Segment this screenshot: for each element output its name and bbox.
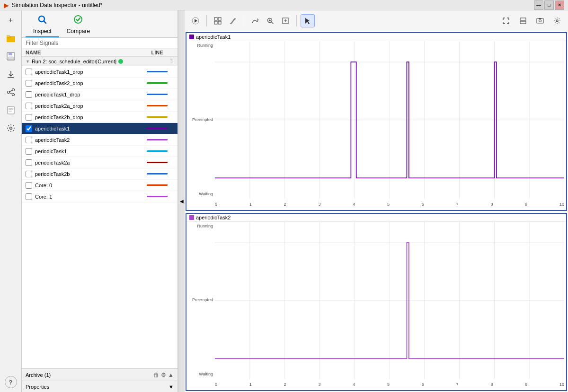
settings-button[interactable] — [3, 120, 19, 136]
paint-button[interactable] — [226, 14, 240, 27]
tab-compare[interactable]: Compare — [59, 12, 98, 37]
svg-rect-5 — [8, 57, 14, 60]
doc-button[interactable] — [3, 102, 19, 118]
chart1-y-labels: Running Preempted Waiting — [186, 41, 215, 198]
properties-collapse-icon[interactable]: ▼ — [169, 384, 174, 390]
signal-checkbox-2[interactable] — [26, 91, 32, 98]
chart-panel-1: aperiodicTask1 Running Preempted Waiting — [186, 32, 567, 211]
share-button[interactable] — [3, 84, 19, 100]
archive-label: Archive (1) — [26, 372, 51, 378]
chart2-title-bar: aperiodicTask2 — [186, 214, 566, 222]
signal-row[interactable]: periodicTask2a — [22, 157, 178, 168]
svg-point-38 — [539, 19, 541, 22]
signal-checkbox-6[interactable] — [26, 137, 32, 143]
run-menu-button[interactable]: ⋮ — [169, 58, 174, 64]
tab-inspect[interactable]: Inspect — [26, 12, 59, 37]
signal-line-6 — [141, 139, 174, 140]
download-button[interactable] — [3, 66, 19, 82]
signal-name-8: periodicTask2a — [35, 160, 141, 166]
signal-checkbox-7[interactable] — [26, 148, 32, 155]
svg-rect-35 — [520, 18, 526, 20]
filter-bar: Filter Signals — [22, 38, 178, 49]
properties-label: Properties — [26, 384, 49, 390]
signal-checkbox-3[interactable] — [26, 103, 32, 109]
maximize-button[interactable]: □ — [544, 0, 554, 10]
tab-compare-label: Compare — [67, 28, 90, 35]
signal-line-sample-2 — [147, 94, 168, 95]
signal-line-4 — [141, 116, 174, 118]
close-button[interactable]: ✕ — [555, 0, 564, 10]
svg-point-40 — [556, 20, 558, 22]
add-button[interactable]: + — [3, 12, 19, 28]
svg-rect-24 — [214, 21, 217, 24]
signal-name-4: periodicTask2b_drop — [35, 114, 141, 120]
signal-row[interactable]: aperiodicTask1 — [22, 123, 178, 134]
archive-delete-icon[interactable]: 🗑 — [153, 372, 159, 378]
zoom-button[interactable] — [263, 14, 277, 27]
signal-checkbox-0[interactable] — [26, 69, 32, 75]
run-status-dot — [118, 59, 123, 64]
signal-checkbox-1[interactable] — [26, 80, 32, 87]
fit-button[interactable] — [278, 14, 293, 27]
minimize-button[interactable]: — — [534, 0, 543, 10]
app-icon: ▶ — [4, 1, 9, 9]
chart1-title-bar: aperiodicTask1 — [186, 33, 566, 41]
signal-name-5: aperiodicTask1 — [35, 126, 141, 131]
grid-button[interactable] — [211, 14, 225, 27]
signal-checkbox-4[interactable] — [26, 114, 32, 121]
signal-row[interactable]: periodicTask1 — [22, 146, 178, 157]
signal-checkbox-11[interactable] — [26, 193, 32, 200]
save-button[interactable] — [3, 48, 19, 64]
signal-line-11 — [141, 196, 174, 197]
signal-line-sample-8 — [147, 162, 168, 163]
signal-line-2 — [141, 94, 174, 95]
compare-icon — [73, 14, 83, 27]
zoom-group — [248, 14, 293, 27]
signal-line-10 — [141, 184, 174, 186]
svg-point-16 — [9, 127, 12, 130]
signal-row[interactable]: Core: 0 — [22, 180, 178, 191]
folder-button[interactable] — [3, 30, 19, 46]
svg-rect-36 — [520, 21, 526, 24]
signal-checkbox-8[interactable] — [26, 159, 32, 166]
signal-row[interactable]: Core: 1 — [22, 191, 178, 202]
archive-bar: Archive (1) 🗑 ⚙ ▲ — [22, 368, 178, 381]
signal-row[interactable]: periodicTask1_drop — [22, 89, 178, 100]
signal-row[interactable]: aperiodicTask1_drop — [22, 66, 178, 78]
tile-button[interactable] — [516, 14, 530, 27]
signal-row[interactable]: periodicTask2b — [22, 168, 178, 180]
archive-expand-icon[interactable]: ▲ — [168, 372, 174, 378]
archive-settings-icon[interactable]: ⚙ — [161, 372, 166, 378]
signal-row[interactable]: periodicTask2a_drop — [22, 100, 178, 112]
curve-button[interactable] — [248, 14, 262, 27]
col-line-header: LINE — [141, 50, 174, 55]
screenshot-button[interactable] — [533, 14, 547, 27]
play-button[interactable] — [188, 14, 203, 27]
separator-3 — [296, 15, 297, 26]
signal-checkbox-9[interactable] — [26, 171, 32, 177]
chart1-y-running: Running — [197, 43, 213, 48]
chart2-y-running: Running — [197, 224, 213, 228]
properties-bar: Properties ▼ — [22, 381, 178, 392]
svg-rect-39 — [539, 18, 541, 19]
help-button[interactable]: ? — [5, 376, 17, 388]
signal-line-3 — [141, 105, 174, 106]
chart1-y-waiting: Waiting — [199, 192, 213, 196]
signal-row[interactable]: periodicTask2b_drop — [22, 112, 178, 123]
title-bar: ▶ Simulation Data Inspector - untitled* … — [0, 0, 568, 10]
signal-name-6: aperiodicTask2 — [35, 137, 141, 143]
window-controls: — □ ✕ — [534, 0, 564, 10]
expand-button[interactable] — [499, 14, 513, 27]
signal-row[interactable]: aperiodicTask2 — [22, 134, 178, 146]
signal-checkbox-5[interactable] — [26, 125, 32, 132]
signal-checkbox-10[interactable] — [26, 182, 32, 189]
signal-line-1 — [141, 82, 174, 84]
cursor-button[interactable] — [301, 14, 315, 27]
svg-rect-23 — [218, 17, 221, 20]
inspect-icon — [37, 14, 47, 27]
chart-settings-button[interactable] — [550, 14, 564, 27]
chart2-y-preempted: Preempted — [192, 297, 213, 302]
chart2-svg — [215, 222, 564, 380]
signal-row[interactable]: aperiodicTask2_drop — [22, 78, 178, 89]
panel-collapse-button[interactable]: ◀ — [178, 10, 185, 392]
